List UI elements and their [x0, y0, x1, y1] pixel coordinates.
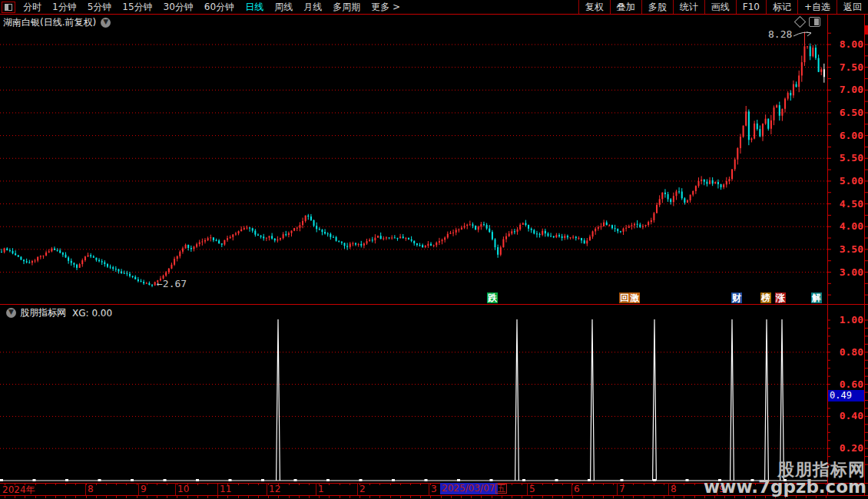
selected-date-box: 2025/03/07五 [440, 483, 498, 494]
timeline-label-11[interactable]: 11 [220, 484, 231, 494]
indicator-current-value-box: 0.49 [828, 390, 864, 402]
timeline-divider [617, 483, 618, 495]
timeline-label-1[interactable]: 1 [318, 484, 324, 494]
timeline-label-2[interactable]: 2 [359, 484, 366, 494]
timeline-label-5[interactable]: 5 [529, 484, 535, 494]
timeline-label-3[interactable]: 3 [431, 484, 437, 494]
timeline-divider [357, 483, 358, 495]
axis-ticks [0, 0, 868, 499]
timeline-divider [668, 483, 669, 495]
watermark-site-url: www.7gpzb.com [704, 477, 866, 497]
selected-weekday: 五 [495, 484, 507, 494]
timeline-label-12[interactable]: 12 [269, 484, 280, 494]
timeline-label-6[interactable]: 6 [574, 484, 580, 494]
timeline-label-10[interactable]: 10 [177, 484, 189, 494]
timeline-divider [267, 483, 267, 495]
timeline-label-9[interactable]: 9 [141, 484, 147, 494]
timeline-label-7[interactable]: 7 [619, 484, 625, 494]
timeline-divider [175, 483, 176, 495]
timeline-divider [527, 483, 528, 495]
timeline-divider [138, 483, 139, 495]
timeline-label-8[interactable]: 8 [88, 484, 94, 494]
timeline-divider [429, 483, 429, 495]
app-window: 分时1分钟5分钟15分钟30分钟60分钟日线周线月线多周期更多 > 复权叠加多股… [0, 0, 868, 499]
selected-date: 2025/03/07 [442, 483, 495, 494]
timeline-label-8[interactable]: 8 [671, 484, 677, 494]
timeline-divider [316, 483, 316, 495]
